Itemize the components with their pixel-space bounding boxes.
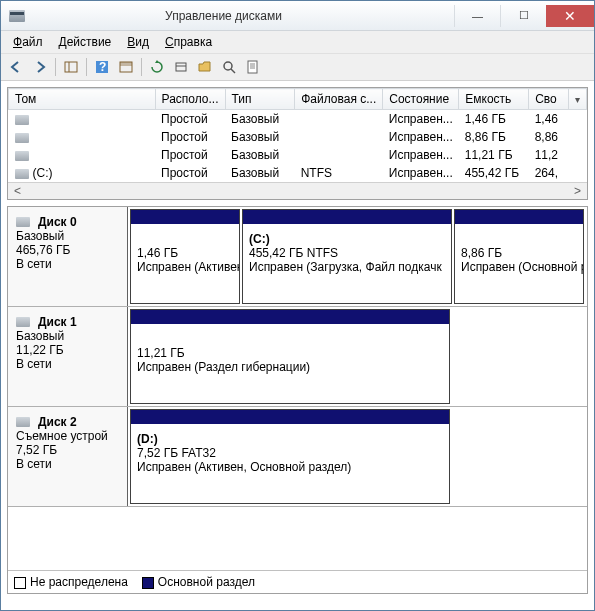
rescan-button[interactable] [170,56,192,78]
maximize-button[interactable]: ☐ [500,5,546,27]
table-row[interactable]: (C:)ПростойБазовыйNTFSИсправен...455,42 … [9,164,587,182]
toolbar: ? [1,53,594,81]
disk-type: Съемное устрой [16,429,119,443]
legend-primary: Основной раздел [142,575,255,589]
column-header[interactable]: Сво [529,89,569,110]
partition[interactable]: (C:) 455,42 ГБ NTFS Исправен (Загрузка, … [242,209,452,304]
scroll-right-icon[interactable]: > [570,184,585,198]
partition-size: 1,46 ГБ [137,246,233,260]
partition-status: Исправен (Активен, Основной раздел) [137,460,443,474]
window-controls: — ☐ ✕ [454,5,594,27]
svg-rect-6 [176,63,186,71]
disk-row: Диск 1 Базовый 11,22 ГБ В сети 11,21 ГБ … [8,307,587,407]
disk-icon [16,217,30,227]
partition-cap [131,310,449,324]
properties-icon[interactable] [242,56,264,78]
menu-view[interactable]: Вид [119,33,157,51]
menu-file[interactable]: Файл [5,33,51,51]
partition[interactable]: 1,46 ГБ Исправен (Активен [130,209,240,304]
toolbar-sep [55,58,56,76]
partition-cap [131,410,449,424]
column-chevron-icon[interactable]: ▾ [568,89,586,110]
toolbar-sep [86,58,87,76]
svg-point-8 [224,62,232,70]
refresh-button[interactable] [146,56,168,78]
menu-help[interactable]: Справка [157,33,220,51]
disk-header[interactable]: Диск 1 Базовый 11,22 ГБ В сети [8,307,128,406]
disk-name: Диск 2 [38,415,77,429]
disk-row: Диск 2 Съемное устрой 7,52 ГБ В сети (D:… [8,407,587,507]
h-scrollbar[interactable]: < > [8,182,587,199]
table-row[interactable]: ПростойБазовыйИсправен...1,46 ГБ1,46 [9,110,587,129]
disk-header[interactable]: Диск 0 Базовый 465,76 ГБ В сети [8,207,128,306]
disk-name: Диск 0 [38,215,77,229]
toolbar-sep [141,58,142,76]
help-button[interactable]: ? [91,56,113,78]
disk-status: В сети [16,257,119,271]
back-button[interactable] [5,56,27,78]
svg-text:?: ? [99,60,106,74]
menubar: Файл Действие Вид Справка [1,31,594,53]
partition-size: 11,21 ГБ [137,346,443,360]
disk-size: 465,76 ГБ [16,243,119,257]
table-row[interactable]: ПростойБазовыйИсправен...8,86 ГБ8,86 [9,128,587,146]
forward-button[interactable] [29,56,51,78]
partition-label: (D:) [137,432,443,446]
legend-unallocated: Не распределена [14,575,128,589]
window-title: Управление дисками [33,9,454,23]
disk-status: В сети [16,357,119,371]
search-icon[interactable] [218,56,240,78]
minimize-button[interactable]: — [454,5,500,27]
column-header[interactable]: Файловая с... [295,89,383,110]
column-header[interactable]: Состояние [383,89,459,110]
partition-cap [455,210,583,224]
table-row[interactable]: ПростойБазовыйИсправен...11,21 ГБ11,2 [9,146,587,164]
partition[interactable]: 8,86 ГБ Исправен (Основной ра [454,209,584,304]
partition-status: Исправен (Загрузка, Файл подкачк [249,260,445,274]
view-top-button[interactable] [115,56,137,78]
partition-cap [131,210,239,224]
open-folder-icon[interactable] [194,56,216,78]
disk-row: Диск 0 Базовый 465,76 ГБ В сети 1,46 ГБ … [8,207,587,307]
svg-rect-0 [65,62,77,72]
disk-size: 7,52 ГБ [16,443,119,457]
column-header[interactable]: Располо... [155,89,225,110]
disk-type: Базовый [16,329,119,343]
partition-cap [243,210,451,224]
disk-size: 11,22 ГБ [16,343,119,357]
partition-size: 455,42 ГБ NTFS [249,246,445,260]
disk-icon [16,317,30,327]
disk-type: Базовый [16,229,119,243]
disk-name: Диск 1 [38,315,77,329]
partition-label: (C:) [249,232,445,246]
column-header[interactable]: Тип [225,89,295,110]
partition[interactable]: 11,21 ГБ Исправен (Раздел гибернации) [130,309,450,404]
column-header[interactable]: Емкость [459,89,529,110]
menu-action[interactable]: Действие [51,33,120,51]
partition-status: Исправен (Активен [137,260,233,274]
svg-rect-5 [120,62,132,66]
scroll-left-icon[interactable]: < [10,184,25,198]
titlebar: Управление дисками — ☐ ✕ [1,1,594,31]
legend: Не распределена Основной раздел [8,570,587,593]
svg-line-9 [231,69,235,73]
app-icon [9,10,25,22]
close-button[interactable]: ✕ [546,5,594,27]
disk-header[interactable]: Диск 2 Съемное устрой 7,52 ГБ В сети [8,407,128,506]
disk-status: В сети [16,457,119,471]
partition-size: 8,86 ГБ [461,246,577,260]
disk-layout-pane: Диск 0 Базовый 465,76 ГБ В сети 1,46 ГБ … [7,206,588,594]
disk-icon [16,417,30,427]
show-hide-tree-button[interactable] [60,56,82,78]
partition-size: 7,52 ГБ FAT32 [137,446,443,460]
partition[interactable]: (D:) 7,52 ГБ FAT32 Исправен (Активен, Ос… [130,409,450,504]
partition-status: Исправен (Раздел гибернации) [137,360,443,374]
column-header[interactable]: Том [9,89,156,110]
volumes-table: ТомРасполо...ТипФайловая с...СостояниеЕм… [7,87,588,200]
partition-status: Исправен (Основной ра [461,260,577,274]
svg-rect-10 [248,61,257,73]
